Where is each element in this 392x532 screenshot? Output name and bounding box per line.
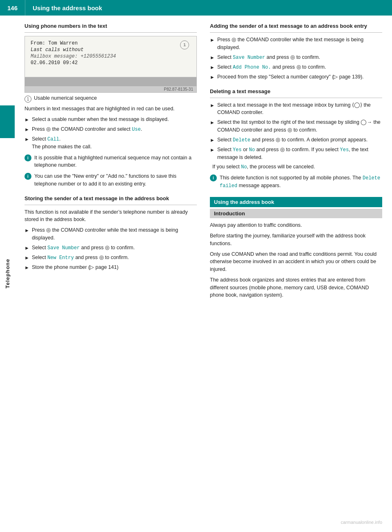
step-arrow: ► xyxy=(210,64,215,71)
screenshot-row-mailbox: Mailbox message: +12055561234 xyxy=(31,54,191,59)
step-item: ► Press ◎ the COMAND controller while th… xyxy=(24,226,197,242)
step-item: ► Select New Entry and press ◎ to confir… xyxy=(24,254,197,262)
right-column: Adding the sender of a text message to a… xyxy=(210,23,382,306)
step-item: ► Select Yes or No and press ◎ to confir… xyxy=(210,146,382,161)
screenshot-row-from: From: Tom Warren xyxy=(31,40,191,46)
step-arrow: ► xyxy=(210,74,215,81)
step-text: Select Save Number and press ◎ to confir… xyxy=(217,54,320,61)
steps-deleting: ► Select a text message in the text mess… xyxy=(210,101,382,171)
step-arrow: ► xyxy=(210,102,215,109)
step-text: Select Call.The phone makes the call. xyxy=(32,135,92,151)
step-text: Select Yes or No and press ◎ to confirm.… xyxy=(217,146,382,161)
info-text-delete: This delete function is not supported by… xyxy=(220,174,382,190)
left-column: Using phone numbers in the text From: To… xyxy=(24,23,197,306)
step-item: ► Select Call.The phone makes the call. xyxy=(24,135,197,151)
para-numbers-in-text: Numbers in text messages that are highli… xyxy=(24,105,197,113)
step-item: ► Press ◎ the COMAND controller while th… xyxy=(210,36,382,51)
step-arrow: ► xyxy=(24,227,29,234)
save-number-label-r: Save Number xyxy=(233,55,265,60)
step-item: ► Select a text message in the text mess… xyxy=(210,101,382,117)
screenshot-box: From: Tom Warren Last calls without Mail… xyxy=(24,36,197,93)
annotation-circle: 1 xyxy=(24,96,31,103)
screenshot-row-date: 02.06.2010 09:42 xyxy=(31,60,191,66)
step-text: Select Save Number and press ◎ to confir… xyxy=(32,244,135,252)
step-text: Select the list symbol to the right of t… xyxy=(217,118,382,134)
screenshot-footer: P82.87-8135-31 xyxy=(25,86,196,92)
step-arrow: ► xyxy=(210,146,215,154)
sidebar-telephone-label: Telephone xyxy=(4,259,11,288)
step-arrow: ► xyxy=(24,264,29,271)
info-icon-1: i xyxy=(24,154,31,161)
para-address-book-4: The address book organizes and stores en… xyxy=(210,276,382,299)
step-arrow: ► xyxy=(210,136,215,144)
section-deleting-text: Deleting a text message ► Select a text … xyxy=(210,88,382,190)
step-item: ► Select Save Number and press ◎ to conf… xyxy=(24,244,197,252)
info-icon-delete: i xyxy=(210,174,217,181)
step-text: Press ◎ the COMAND controller and select… xyxy=(32,125,142,133)
section-divider-2 xyxy=(24,205,197,205)
screenshot-row-last-calls: Last calls without xyxy=(31,47,191,53)
section-storing-sender: Storing the sender of a text message in … xyxy=(24,195,197,271)
section-divider-4 xyxy=(210,98,382,98)
step-item: ► Select a usable number when the text m… xyxy=(24,116,197,123)
step-arrow: ► xyxy=(210,36,215,44)
step-arrow: ► xyxy=(24,136,29,143)
annotation-line: 1 Usable numerical sequence xyxy=(24,95,197,103)
header-title: Using the address book xyxy=(25,4,102,11)
screenshot-inner: From: Tom Warren Last calls without Mail… xyxy=(25,36,196,77)
step-item: ► Select Save Number and press ◎ to conf… xyxy=(210,54,382,61)
section-divider-3 xyxy=(210,32,382,33)
step-text: If you select No, the process will be ca… xyxy=(212,163,315,171)
section-title-storing: Storing the sender of a text message in … xyxy=(24,195,197,201)
section-title-deleting: Deleting a text message xyxy=(210,88,382,94)
yes-label: Yes xyxy=(233,147,242,153)
step-arrow: ► xyxy=(24,126,29,133)
step-item: ► Select Add Phone No. and press ◎ to co… xyxy=(210,63,382,71)
new-entry-label: New Entry xyxy=(47,255,74,261)
sidebar-label: Telephone xyxy=(0,16,15,532)
step-text: Select Delete and press ◎ to confirm. A … xyxy=(217,136,368,144)
info-icon-2: i xyxy=(24,173,31,180)
steps-storing-sender: ► Press ◎ the COMAND controller while th… xyxy=(24,226,197,271)
info-block-2: i You can use the "New entry" or "Add no… xyxy=(24,172,197,188)
step-text: Press ◎ the COMAND controller while the … xyxy=(32,226,197,242)
step-text: Select Add Phone No. and press ◎ to conf… xyxy=(217,63,326,71)
call-label: Call xyxy=(47,136,59,142)
step-arrow: ► xyxy=(210,54,215,61)
use-label: Use xyxy=(132,127,141,132)
teal-section-bar: Using the address book xyxy=(210,197,382,207)
step-item: ► Store the phone number (▷ page 141) xyxy=(24,264,197,271)
add-phone-label: Add Phone No. xyxy=(233,65,271,70)
watermark: carmanualonline.info xyxy=(341,520,382,525)
gray-section-bar: Introduction xyxy=(210,209,382,218)
step-item: ► Select Delete and press ◎ to confirm. … xyxy=(210,136,382,144)
save-number-label: Save Number xyxy=(47,245,80,251)
no-label: No xyxy=(249,147,255,153)
step-text: Select New Entry and press ◎ to confirm. xyxy=(32,254,129,262)
screenshot-circle-1: 1 xyxy=(180,40,189,49)
section-title-phone-numbers: Using phone numbers in the text xyxy=(24,23,197,29)
delete-failed-label: Delete failed xyxy=(220,175,380,189)
step-item: ► Press ◎ the COMAND controller and sele… xyxy=(24,125,197,133)
annotation-text: Usable numerical sequence xyxy=(34,95,97,101)
section-divider-1 xyxy=(24,32,197,33)
no-label-2: No xyxy=(241,164,247,170)
step-item: ► Proceed from the step "Select a number… xyxy=(210,73,382,81)
main-content: Using phone numbers in the text From: To… xyxy=(15,16,392,316)
section-title-adding: Adding the sender of a text message to a… xyxy=(210,23,382,29)
section-adding-sender: Adding the sender of a text message to a… xyxy=(210,23,382,81)
step-arrow: ► xyxy=(24,254,29,262)
screenshot-gray-bar xyxy=(25,77,196,86)
step-text: Store the phone number (▷ page 141) xyxy=(32,264,118,271)
step-text: Select a text message in the text messag… xyxy=(217,101,382,117)
info-block-1: i It is possible that a highlighted nume… xyxy=(24,154,197,170)
info-text-2: You can use the "New entry" or "Add no."… xyxy=(34,172,197,188)
step-item: ► Select the list symbol to the right of… xyxy=(210,118,382,134)
section-phone-numbers-in-text: Using phone numbers in the text From: To… xyxy=(24,23,197,188)
step-text: Select a usable number when the text mes… xyxy=(32,116,169,123)
step-text: Proceed from the step "Select a number c… xyxy=(217,73,364,81)
steps-phone-numbers: ► Select a usable number when the text m… xyxy=(24,116,197,151)
step-arrow: ► xyxy=(24,244,29,252)
para-address-book-2: Before starting the journey, familiarize… xyxy=(210,232,382,248)
section-address-book: Using the address book Introduction Alwa… xyxy=(210,197,382,299)
